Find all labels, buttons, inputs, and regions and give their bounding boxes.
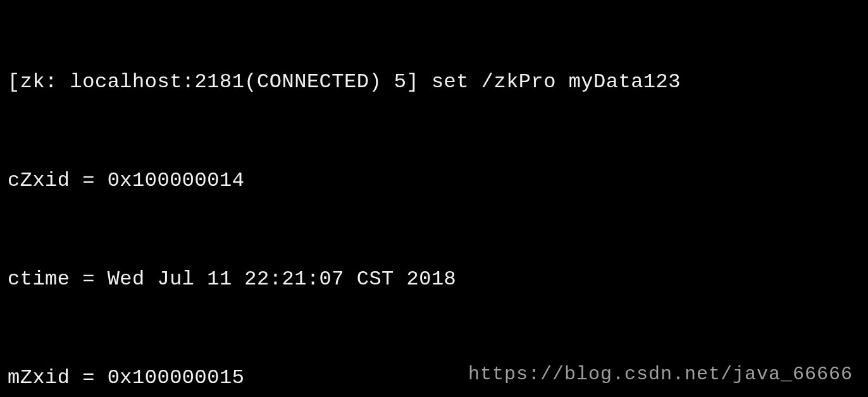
prompt-status: (CONNECTED): [244, 70, 381, 94]
prompt-suffix: ]: [407, 70, 419, 94]
prompt-seq: 5: [394, 70, 407, 94]
prompt-host: localhost:2181: [70, 70, 245, 94]
zk-prompt-line: [zk: localhost:2181(CONNECTED) 5] set /z…: [8, 66, 860, 99]
prompt-command: set /zkPro myData123: [431, 70, 681, 94]
terminal[interactable]: [zk: localhost:2181(CONNECTED) 5] set /z…: [0, 0, 868, 397]
watermark-text: https://blog.csdn.net/java_66666: [468, 358, 853, 391]
output-ctime: ctime = Wed Jul 11 22:21:07 CST 2018: [8, 263, 860, 296]
output-czxid: cZxid = 0x100000014: [8, 164, 860, 197]
prompt-prefix: [zk:: [8, 70, 70, 94]
